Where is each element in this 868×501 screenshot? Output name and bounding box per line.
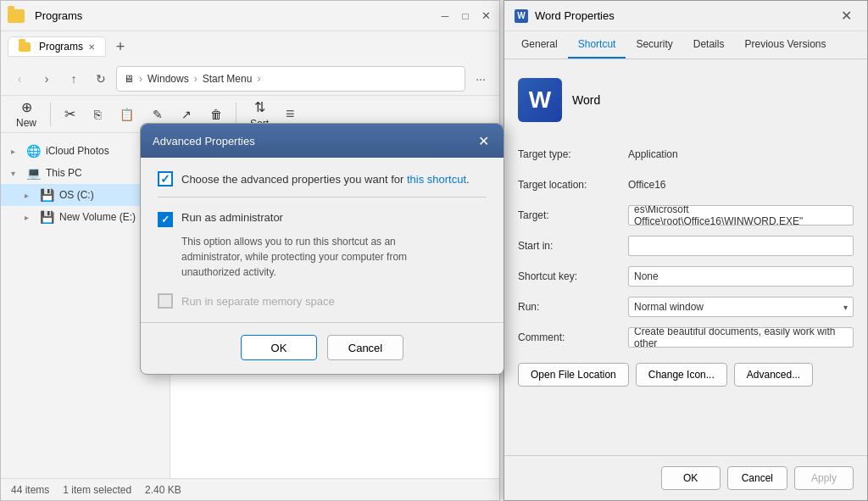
rename-button[interactable]: ✎ — [144, 104, 171, 125]
nav-bar: ‹ › ↑ ↻ 🖥 › Windows › Start Menu › ··· — [1, 62, 499, 96]
advanced-properties-dialog: Advanced Properties ✕ ✓ Choose the advan… — [140, 123, 504, 375]
adv-cancel-button[interactable]: Cancel — [327, 335, 403, 360]
word-action-buttons: Open File Location Change Icon... Advanc… — [518, 363, 854, 387]
run-separate-checkbox — [158, 293, 173, 309]
refresh-button[interactable]: ↻ — [89, 67, 113, 91]
sort-icon: ⇅ — [254, 99, 265, 115]
adv-header-before: Choose the advanced properties you want … — [181, 173, 407, 186]
up-button[interactable]: ↑ — [62, 67, 86, 91]
tab-shortcut[interactable]: Shortcut — [568, 31, 626, 58]
run-value: Normal window — [634, 301, 704, 313]
adv-close-button[interactable]: ✕ — [475, 132, 492, 149]
target-type-value: Application — [628, 144, 854, 160]
run-select[interactable]: Normal window ▾ — [628, 297, 854, 317]
tab-general[interactable]: General — [511, 31, 568, 58]
comment-row: Comment: Create beautiful documents, eas… — [518, 327, 854, 349]
word-app-name: Word — [572, 93, 600, 107]
adv-dialog-titlebar: Advanced Properties ✕ — [141, 124, 504, 158]
shortcut-key-input[interactable] — [628, 266, 854, 287]
rename-icon: ✎ — [153, 108, 163, 121]
address-startmenu: Start Menu — [203, 73, 253, 85]
more-options-button[interactable]: ··· — [469, 67, 492, 91]
sidebar-label-osc: OS (C:) — [59, 189, 94, 201]
target-label: Target: — [518, 205, 628, 221]
delete-button[interactable]: 🗑 — [202, 104, 231, 125]
word-props-tabs: General Shortcut Security Details Previo… — [504, 31, 867, 59]
tab-details[interactable]: Details — [683, 31, 735, 58]
run-as-admin-row: ✓ Run as administrator — [158, 211, 487, 227]
start-in-row: Start in: — [518, 236, 854, 258]
status-bar: 44 items 1 item selected 2.40 KB — [1, 478, 499, 500]
word-ok-button[interactable]: OK — [661, 466, 721, 490]
open-file-location-button[interactable]: Open File Location — [518, 363, 629, 387]
run-label: Run: — [518, 297, 628, 313]
tab-previous-versions[interactable]: Previous Versions — [734, 31, 836, 58]
run-separate-label: Run in separate memory space — [181, 295, 335, 308]
toolbar-separator-1 — [50, 103, 51, 126]
tab-security[interactable]: Security — [626, 31, 682, 58]
target-location-value: Office16 — [628, 175, 854, 191]
comment-input[interactable]: Create beautiful documents, easily work … — [628, 327, 854, 348]
osc-icon: 💾 — [40, 188, 54, 202]
run-as-admin-desc: This option allows you to run this short… — [181, 234, 487, 280]
target-location-row: Target location: Office16 — [518, 175, 854, 197]
run-dropdown-arrow: ▾ — [843, 303, 848, 312]
run-as-admin-checkbox[interactable]: ✓ — [158, 212, 173, 227]
target-type-row: Target type: Application — [518, 144, 854, 166]
adv-header-row: ✓ Choose the advanced properties you wan… — [158, 171, 487, 198]
tab-label: Programs — [39, 41, 83, 53]
start-in-input[interactable] — [628, 236, 854, 256]
sidebar-label-newe: New Volume (E:) — [59, 211, 136, 223]
word-props-title: Word Properties — [535, 9, 829, 22]
shortcut-key-row: Shortcut key: — [518, 266, 854, 288]
tab-close-icon[interactable]: ✕ — [88, 42, 95, 52]
adv-dialog-footer: OK Cancel — [141, 322, 504, 374]
word-props-close-button[interactable]: ✕ — [836, 6, 857, 25]
word-props-body: W Word Target type: Application Target l… — [504, 59, 867, 455]
address-monitor-icon: 🖥 — [124, 73, 134, 85]
back-button[interactable]: ‹ — [8, 67, 31, 91]
new-tab-button[interactable]: + — [109, 36, 131, 58]
new-icon: ⊕ — [21, 99, 32, 115]
comment-value: Create beautiful documents, easily work … — [634, 327, 848, 348]
comment-label: Comment: — [518, 327, 628, 343]
forward-button[interactable]: › — [35, 67, 58, 91]
word-app-icon: W — [518, 78, 562, 122]
word-cancel-button[interactable]: Cancel — [727, 466, 787, 490]
tab-programs[interactable]: Programs ✕ — [8, 36, 106, 57]
word-app-row: W Word — [518, 73, 854, 127]
change-icon-button[interactable]: Change Icon... — [636, 363, 727, 387]
start-in-label: Start in: — [518, 236, 628, 252]
address-bar[interactable]: 🖥 › Windows › Start Menu › — [116, 66, 465, 92]
address-windows: Windows — [147, 73, 189, 85]
adv-dialog-body: ✓ Choose the advanced properties you wan… — [141, 158, 504, 322]
word-apply-button[interactable]: Apply — [794, 466, 854, 490]
copy-icon: ⎘ — [94, 108, 101, 121]
expand-icon-thispc: ▾ — [11, 169, 21, 178]
copy-button[interactable]: ⎘ — [86, 104, 109, 125]
new-button[interactable]: ⊕ New — [8, 96, 45, 132]
paste-icon: 📋 — [120, 108, 134, 121]
cut-button[interactable]: ✂ — [56, 103, 84, 125]
adv-header-checkbox[interactable]: ✓ — [158, 171, 173, 186]
paste-button[interactable]: 📋 — [111, 104, 142, 125]
share-icon: ↗ — [181, 108, 192, 121]
target-input[interactable]: es\Microsoft Office\root\Office16\WINWOR… — [628, 205, 854, 225]
advanced-button[interactable]: Advanced... — [734, 363, 813, 387]
new-label: New — [16, 117, 36, 129]
explorer-title: Programs — [35, 9, 431, 22]
run-as-admin-label: Run as administrator — [181, 211, 283, 224]
file-size: 2.40 KB — [145, 484, 181, 496]
minimize-button[interactable]: ─ — [438, 9, 452, 23]
selected-count: 1 item selected — [63, 484, 131, 496]
share-button[interactable]: ↗ — [173, 104, 200, 125]
expand-icon-osc: ▸ — [25, 191, 35, 200]
delete-icon: 🗑 — [210, 108, 222, 121]
word-properties-dialog: W Word Properties ✕ General Shortcut Sec… — [504, 0, 868, 501]
maximize-button[interactable]: □ — [459, 9, 472, 23]
close-button[interactable]: ✕ — [479, 9, 492, 23]
thispc-icon: 💻 — [26, 166, 41, 180]
newe-icon: 💾 — [40, 210, 54, 224]
icloud-icon: 🌐 — [26, 144, 41, 158]
adv-ok-button[interactable]: OK — [241, 335, 317, 360]
